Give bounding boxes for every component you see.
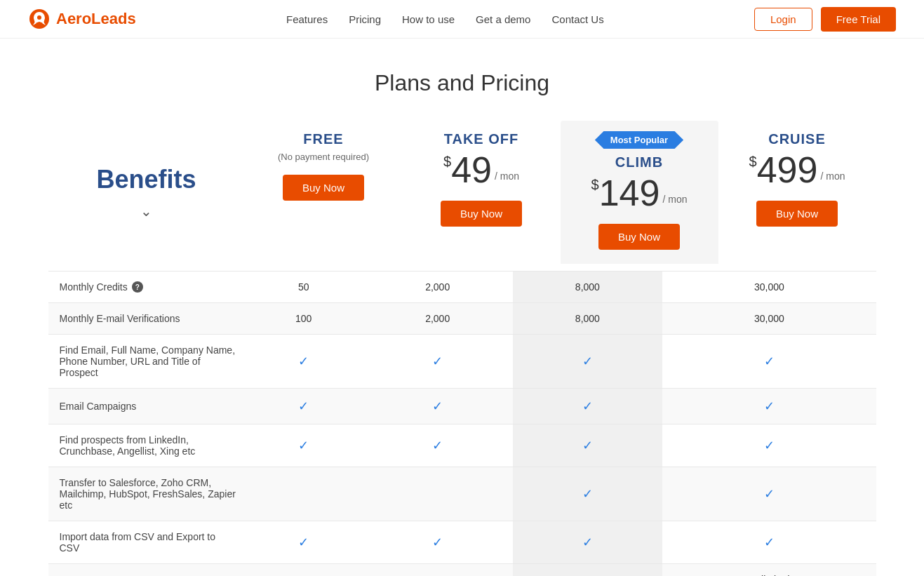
rocket-icon <box>28 8 51 30</box>
svg-point-1 <box>37 15 41 20</box>
plan-climb-buy-button[interactable]: Buy Now <box>598 224 680 250</box>
checkmark-icon: ✓ <box>432 399 443 413</box>
table-row: Users115Unlimited <box>48 564 876 577</box>
feature-value-cell: ✓ <box>513 467 663 521</box>
feature-value-cell: ✓ <box>245 389 363 424</box>
feature-value-text: 2,000 <box>425 313 450 324</box>
feature-value-cell: ✓ <box>513 521 663 564</box>
plan-cruise: CRUISE $ 499 / mon Buy Now <box>718 121 876 264</box>
plan-cruise-name: CRUISE <box>768 131 826 147</box>
plan-climb: Most Popular CLIMB $ 149 / mon Buy Now <box>561 121 718 264</box>
plan-free-buy-button[interactable]: Buy Now <box>283 175 364 201</box>
plan-climb-name: CLIMB <box>615 154 663 170</box>
feature-value-text: 8,000 <box>575 281 600 293</box>
checkmark-icon: ✓ <box>764 535 775 549</box>
nav-pricing[interactable]: Pricing <box>349 13 381 25</box>
feature-label-cell: Users <box>48 564 245 577</box>
feature-value-cell: ✓ <box>662 521 876 564</box>
benefits-title: Benefits <box>96 165 196 194</box>
logo-text: AeroLeads <box>56 10 136 28</box>
checkmark-icon: ✓ <box>298 399 309 413</box>
checkmark-empty: ✓ <box>300 488 308 500</box>
feature-value-cell: ✓ <box>662 424 876 467</box>
checkmark-icon: ✓ <box>298 438 309 453</box>
plan-takeoff-name: TAKE OFF <box>444 131 519 147</box>
checkmark-icon: ✓ <box>764 438 775 453</box>
logo[interactable]: AeroLeads <box>28 8 136 30</box>
feature-label-cell: Transfer to Salesforce, Zoho CRM, Mailch… <box>48 467 245 521</box>
plan-takeoff-price: $ 49 / mon <box>443 152 519 188</box>
checkmark-icon: ✓ <box>298 535 309 549</box>
checkmark-empty: ✓ <box>434 488 442 500</box>
feature-value-text: 30,000 <box>754 313 784 324</box>
feature-table: Monthly Credits?502,0008,00030,000Monthl… <box>48 271 876 576</box>
nav-links: Features Pricing How to use Get a demo C… <box>286 13 604 25</box>
info-icon[interactable]: ? <box>132 281 143 293</box>
most-popular-badge: Most Popular <box>595 131 683 149</box>
feature-value-cell: ✓ <box>245 335 363 389</box>
feature-value-cell: ✓ <box>662 389 876 424</box>
plan-takeoff-dollar: $ <box>443 154 451 168</box>
feature-value-cell: 30,000 <box>662 272 876 303</box>
plan-takeoff-buy-button[interactable]: Buy Now <box>441 201 522 227</box>
checkmark-icon: ✓ <box>432 535 443 549</box>
nav-features[interactable]: Features <box>286 13 328 25</box>
feature-value-cell: 50 <box>245 272 363 303</box>
plan-climb-amount: 149 <box>599 175 660 211</box>
plan-cruise-period: / mon <box>820 171 845 181</box>
feature-value-cell: ✓ <box>513 335 663 389</box>
feature-value-cell: 100 <box>245 303 363 335</box>
table-row: Email Campaigns✓✓✓✓ <box>48 389 876 424</box>
feature-value-cell: 8,000 <box>513 272 663 303</box>
table-row: Import data from CSV and Export to CSV✓✓… <box>48 521 876 564</box>
feature-label-cell: Monthly Credits? <box>48 272 245 303</box>
feature-value-cell: 1 <box>245 564 363 577</box>
table-row: Monthly Credits?502,0008,00030,000 <box>48 272 876 303</box>
feature-value-cell: 5 <box>513 564 663 577</box>
checkmark-icon: ✓ <box>432 354 443 368</box>
plan-cruise-buy-button[interactable]: Buy Now <box>756 201 838 227</box>
plan-cruise-price: $ 499 / mon <box>749 152 845 188</box>
table-row: Transfer to Salesforce, Zoho CRM, Mailch… <box>48 467 876 521</box>
feature-value-cell: 1 <box>363 564 513 577</box>
feature-label-cell: Email Campaigns <box>48 389 245 424</box>
plan-cruise-amount: 499 <box>757 152 818 188</box>
table-row: Monthly E-mail Verifications1002,0008,00… <box>48 303 876 335</box>
benefits-chevron[interactable]: ⌄ <box>140 203 152 220</box>
checkmark-icon: ✓ <box>582 438 593 453</box>
nav-get-a-demo[interactable]: Get a demo <box>476 13 530 25</box>
plan-climb-dollar: $ <box>591 178 599 192</box>
feature-value-cell: 2,000 <box>363 303 513 335</box>
feature-value-cell: ✓ <box>363 521 513 564</box>
feature-value-text: 8,000 <box>575 313 600 324</box>
feature-value-cell: ✓ <box>513 389 663 424</box>
feature-value-cell: ✓ <box>363 467 513 521</box>
checkmark-icon: ✓ <box>764 354 775 368</box>
checkmark-icon: ✓ <box>582 354 593 368</box>
free-trial-button[interactable]: Free Trial <box>821 7 896 32</box>
checkmark-icon: ✓ <box>582 487 593 501</box>
feature-value-text: 2,000 <box>425 281 450 293</box>
feature-value-cell: 8,000 <box>513 303 663 335</box>
feature-value-cell: 2,000 <box>363 272 513 303</box>
feature-label-cell: Find Email, Full Name, Company Name, Pho… <box>48 335 245 389</box>
page-title: Plans and Pricing <box>0 70 924 96</box>
navbar: AeroLeads Features Pricing How to use Ge… <box>0 0 924 39</box>
feature-value-cell: ✓ <box>363 424 513 467</box>
plan-climb-price: $ 149 / mon <box>591 175 688 211</box>
feature-value-cell: 30,000 <box>662 303 876 335</box>
feature-value-cell: ✓ <box>513 424 663 467</box>
plan-free: FREE (No payment required) Buy Now <box>245 121 403 264</box>
nav-how-to-use[interactable]: How to use <box>402 13 455 25</box>
feature-label-cell: Find prospects from LinkedIn, Crunchbase… <box>48 424 245 467</box>
login-button[interactable]: Login <box>754 8 812 31</box>
feature-value-cell: ✓ <box>662 335 876 389</box>
checkmark-icon: ✓ <box>764 487 775 501</box>
plan-takeoff-amount: 49 <box>451 152 492 188</box>
nav-contact-us[interactable]: Contact Us <box>551 13 603 25</box>
plan-takeoff: TAKE OFF $ 49 / mon Buy Now <box>403 121 561 264</box>
feature-value-cell: ✓ <box>662 467 876 521</box>
feature-label-text: Monthly Credits <box>60 281 128 293</box>
feature-value-cell: ✓ <box>363 335 513 389</box>
feature-value-cell: ✓ <box>245 521 363 564</box>
